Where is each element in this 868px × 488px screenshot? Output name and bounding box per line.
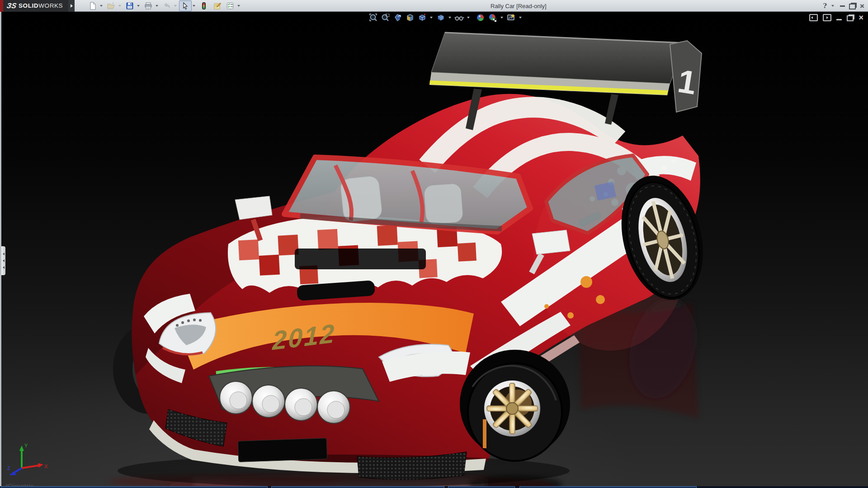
show-left-pane-button[interactable] bbox=[809, 14, 818, 21]
view-settings-icon bbox=[507, 13, 516, 22]
document-title: Rally Car [Read-only] bbox=[491, 3, 547, 9]
view-settings-caret[interactable] bbox=[519, 17, 522, 19]
apply-scene-caret[interactable] bbox=[500, 17, 503, 19]
reference-triad: Y X Z bbox=[6, 442, 50, 477]
display-style-caret[interactable] bbox=[448, 17, 451, 19]
view-orientation-icon bbox=[418, 13, 427, 22]
document-minimize-button[interactable] bbox=[836, 19, 842, 20]
hide-show-items-caret[interactable] bbox=[467, 17, 470, 19]
taskbar-button bbox=[519, 486, 697, 488]
document-close-button[interactable]: × bbox=[859, 14, 863, 21]
collapse-arrow-icon bbox=[3, 259, 5, 262]
solidworks-logo: ЗS SOLIDWORKS bbox=[3, 0, 68, 12]
section-view-icon bbox=[406, 13, 415, 22]
taskbar-button bbox=[448, 486, 515, 488]
rebuild-traffic-light-icon bbox=[200, 2, 208, 10]
print-icon bbox=[144, 2, 152, 10]
options-icon bbox=[226, 2, 234, 10]
rebuild-button[interactable] bbox=[198, 0, 210, 11]
window-edge-accent bbox=[0, 0, 3, 12]
checkered-flag bbox=[493, 19, 496, 22]
options-dropdown-caret[interactable] bbox=[237, 5, 240, 7]
expand-arrow-icon bbox=[71, 4, 73, 8]
restore-button[interactable] bbox=[849, 4, 856, 9]
file-properties-icon bbox=[213, 2, 221, 10]
display-style-icon bbox=[436, 13, 445, 22]
triad-z-label: Z bbox=[7, 465, 10, 471]
seat-right bbox=[424, 183, 463, 225]
print-dropdown-caret[interactable] bbox=[156, 5, 158, 7]
wheel-marker bbox=[483, 419, 486, 448]
previous-view-icon bbox=[393, 13, 402, 22]
titlebar: ЗS SOLIDWORKS bbox=[0, 0, 868, 12]
hide-show-items-icon bbox=[454, 13, 464, 22]
zoom-to-fit-button[interactable] bbox=[368, 13, 379, 22]
save-icon bbox=[126, 2, 134, 10]
standard-toolbar bbox=[86, 0, 242, 11]
show-right-pane-button[interactable] bbox=[823, 14, 831, 21]
collapse-arrow-icon bbox=[3, 266, 5, 269]
display-style-button[interactable] bbox=[435, 13, 446, 22]
front-plate-panel bbox=[238, 438, 327, 462]
seat-left bbox=[340, 175, 383, 222]
triad-x-label: X bbox=[44, 464, 48, 469]
options-button[interactable] bbox=[224, 0, 236, 11]
apply-scene-icon bbox=[488, 13, 497, 22]
help-dropdown-caret[interactable] bbox=[831, 5, 834, 7]
front-wheel-spokes bbox=[487, 383, 538, 434]
edit-appearance-button[interactable] bbox=[475, 13, 486, 22]
zoom-to-area-button[interactable] bbox=[380, 13, 391, 22]
save-button[interactable] bbox=[123, 0, 136, 11]
headsup-view-toolbar bbox=[368, 13, 523, 22]
apply-scene-button[interactable] bbox=[487, 13, 498, 22]
undo-dropdown-caret[interactable] bbox=[174, 5, 177, 7]
select-dropdown-caret[interactable] bbox=[193, 5, 195, 7]
solidworks-logo-mark: ЗS bbox=[6, 2, 17, 10]
window-controls: ? × bbox=[823, 0, 864, 12]
undo-icon bbox=[163, 2, 171, 10]
select-cursor-icon bbox=[181, 2, 189, 10]
close-button[interactable]: × bbox=[860, 2, 864, 10]
view-orientation-caret[interactable] bbox=[430, 17, 433, 19]
previous-view-button[interactable] bbox=[392, 13, 403, 22]
taskbar-sliver bbox=[0, 486, 868, 488]
menu-expand-button[interactable] bbox=[68, 0, 75, 12]
open-button[interactable] bbox=[105, 0, 118, 11]
help-button[interactable]: ? bbox=[823, 2, 827, 10]
pane-arrow-left-icon bbox=[811, 16, 813, 19]
undo-button[interactable] bbox=[160, 0, 173, 11]
car-body: 2012 bbox=[113, 33, 715, 487]
open-icon bbox=[107, 2, 115, 10]
view-orientation-button[interactable] bbox=[416, 13, 428, 22]
solidworks-logo-text-bold: SOLID bbox=[19, 2, 38, 9]
taskbar-button bbox=[1, 486, 268, 488]
collapse-arrow-icon bbox=[3, 253, 5, 255]
print-button[interactable] bbox=[142, 0, 155, 11]
open-dropdown-caret[interactable] bbox=[118, 5, 121, 7]
zoom-to-area-icon bbox=[381, 13, 390, 22]
document-window-controls: × bbox=[809, 14, 863, 21]
solidworks-logo-text-light: WORKS bbox=[38, 2, 63, 9]
document-restore-button[interactable] bbox=[847, 15, 854, 21]
glasshouse bbox=[284, 155, 647, 233]
minimize-button[interactable] bbox=[840, 5, 845, 7]
edit-appearance-icon bbox=[476, 13, 485, 22]
save-dropdown-caret[interactable] bbox=[137, 5, 140, 7]
triad-y-label: Y bbox=[24, 443, 28, 448]
pane-arrow-right-icon bbox=[826, 16, 828, 19]
section-view-button[interactable] bbox=[404, 13, 415, 22]
new-document-icon bbox=[89, 2, 97, 10]
zoom-to-fit-icon bbox=[369, 13, 378, 22]
view-settings-button[interactable] bbox=[505, 13, 517, 22]
right-mirror bbox=[532, 230, 570, 254]
3d-viewport[interactable]: 2012 bbox=[0, 12, 868, 488]
select-button[interactable] bbox=[179, 0, 192, 11]
new-dropdown-caret[interactable] bbox=[100, 5, 103, 7]
taskbar-button bbox=[271, 486, 444, 488]
feature-tree-splitter[interactable] bbox=[1, 246, 5, 275]
file-properties-button[interactable] bbox=[211, 0, 223, 11]
new-document-button[interactable] bbox=[86, 0, 99, 11]
hide-show-items-button[interactable] bbox=[453, 13, 465, 22]
rally-car-model[interactable]: 2012 bbox=[0, 12, 868, 488]
